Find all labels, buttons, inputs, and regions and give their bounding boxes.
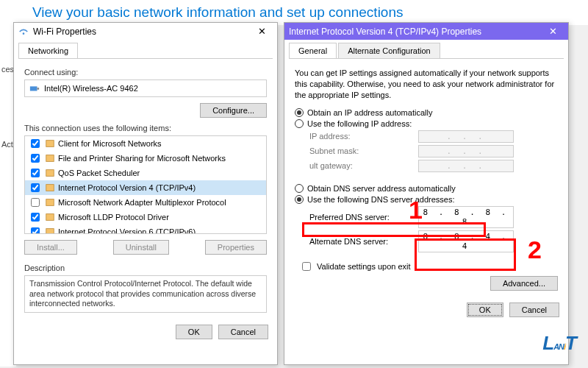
- checkbox-icon[interactable]: [31, 183, 40, 192]
- list-item[interactable]: QoS Packet Scheduler: [25, 166, 266, 180]
- checkbox-icon[interactable]: [31, 169, 40, 177]
- checkbox-icon[interactable]: [31, 198, 40, 207]
- checkbox-icon[interactable]: [31, 213, 40, 222]
- annotation-1: 1: [409, 196, 423, 224]
- wifi-titlebar: Wi-Fi Properties ✕: [14, 23, 277, 40]
- item-label: Microsoft Network Adapter Multiplexor Pr…: [58, 198, 226, 207]
- checkbox-icon[interactable]: [31, 139, 40, 148]
- radio-icon: [295, 195, 304, 204]
- protocol-icon: [45, 227, 55, 234]
- ip-address-input: . . .: [418, 130, 514, 143]
- ipv4-title: Internet Protocol Version 4 (TCP/IPv4) P…: [289, 26, 542, 37]
- protocol-icon: [45, 168, 55, 178]
- watermark-logo: LANiT: [542, 332, 576, 355]
- checkbox-icon[interactable]: [31, 154, 40, 163]
- wifi-title: Wi-Fi Properties: [33, 26, 251, 37]
- item-label: QoS Packet Scheduler: [58, 169, 140, 177]
- annotation-2: 2: [528, 236, 542, 264]
- alternate-dns-label: Alternate DNS server:: [309, 237, 412, 246]
- list-item[interactable]: Internet Protocol Version 6 (TCP/IPv6): [25, 224, 266, 234]
- item-label: Internet Protocol Version 4 (TCP/IPv4): [58, 183, 196, 192]
- svg-rect-8: [46, 214, 54, 221]
- svg-rect-2: [37, 88, 40, 90]
- svg-rect-1: [30, 86, 37, 91]
- gateway-label: ult gateway:: [309, 161, 412, 170]
- tab-alternate[interactable]: Alternate Configuration: [338, 43, 440, 58]
- close-icon[interactable]: ✕: [542, 26, 564, 37]
- advanced-button[interactable]: Advanced...: [490, 276, 558, 291]
- annotation-box-dns-inputs: [415, 238, 516, 271]
- radio-dns-manual[interactable]: Use the following DNS server addresses:: [295, 195, 558, 204]
- item-label: Microsoft LLDP Protocol Driver: [58, 213, 169, 222]
- item-label: Client for Microsoft Networks: [58, 139, 162, 148]
- svg-point-0: [23, 32, 25, 35]
- protocol-icon: [45, 212, 55, 222]
- checkbox-icon[interactable]: [302, 262, 311, 271]
- svg-rect-9: [46, 229, 54, 234]
- list-item[interactable]: Internet Protocol Version 4 (TCP/IPv4): [25, 180, 266, 195]
- ipv4-intro: You can get IP settings assigned automat…: [295, 68, 558, 101]
- svg-rect-5: [46, 170, 54, 177]
- wifi-properties-window: Wi-Fi Properties ✕ Networking Connect us…: [13, 22, 278, 365]
- svg-rect-3: [46, 141, 54, 147]
- properties-button[interactable]: Properties: [205, 240, 267, 255]
- protocol-icon: [45, 138, 55, 149]
- radio-icon: [295, 184, 304, 193]
- radio-icon: [295, 108, 304, 117]
- adapter-box: Intel(R) Wireless-AC 9462: [24, 79, 267, 97]
- page-header: View your basic network information and …: [0, 0, 588, 25]
- svg-rect-7: [46, 199, 54, 206]
- list-item[interactable]: Client for Microsoft Networks: [25, 136, 266, 151]
- network-items-list[interactable]: Client for Microsoft Networks File and P…: [24, 135, 267, 234]
- uninstall-button[interactable]: Uninstall: [113, 240, 169, 255]
- close-icon[interactable]: ✕: [251, 26, 273, 37]
- svg-rect-4: [46, 155, 54, 162]
- configure-button[interactable]: Configure...: [200, 103, 267, 118]
- radio-ip-auto[interactable]: Obtain an IP address automatically: [295, 108, 558, 117]
- list-item[interactable]: Microsoft LLDP Protocol Driver: [25, 210, 266, 224]
- description-text: Transmission Control Protocol/Internet P…: [24, 275, 267, 313]
- item-label: File and Printer Sharing for Microsoft N…: [58, 154, 226, 163]
- protocol-icon: [45, 153, 55, 163]
- item-label: Internet Protocol Version 6 (TCP/IPv6): [58, 227, 196, 234]
- connect-using-label: Connect using:: [24, 68, 267, 77]
- ipv4-titlebar: Internet Protocol Version 4 (TCP/IPv4) P…: [284, 23, 568, 40]
- subnet-label: Subnet mask:: [309, 146, 412, 155]
- radio-ip-manual[interactable]: Use the following IP address:: [295, 119, 558, 128]
- cancel-button[interactable]: Cancel: [509, 302, 559, 317]
- ok-button[interactable]: OK: [176, 325, 212, 339]
- list-item[interactable]: File and Printer Sharing for Microsoft N…: [25, 151, 266, 166]
- checkbox-icon[interactable]: [31, 227, 40, 234]
- ipv4-tabs: General Alternate Configuration: [289, 43, 564, 59]
- ip-address-label: IP address:: [309, 132, 412, 141]
- wifi-icon: [18, 26, 29, 37]
- radio-dns-auto[interactable]: Obtain DNS server address automatically: [295, 184, 558, 193]
- preferred-dns-label: Preferred DNS server:: [309, 213, 412, 222]
- protocol-icon: [45, 197, 55, 208]
- cancel-button[interactable]: Cancel: [218, 325, 268, 339]
- radio-icon: [295, 119, 304, 128]
- annotation-box-dns-radio: [302, 222, 486, 237]
- adapter-name: Intel(R) Wireless-AC 9462: [44, 84, 138, 93]
- wifi-tabs: Networking: [18, 43, 273, 59]
- install-button[interactable]: Install...: [24, 240, 77, 255]
- protocol-icon: [45, 183, 55, 193]
- list-item[interactable]: Microsoft Network Adapter Multiplexor Pr…: [25, 195, 266, 210]
- subnet-input: . . .: [418, 145, 514, 158]
- items-label: This connection uses the following items…: [24, 124, 267, 132]
- gateway-input: . . .: [418, 160, 514, 172]
- ok-button[interactable]: OK: [467, 302, 503, 317]
- tab-general[interactable]: General: [289, 43, 337, 58]
- description-label: Description: [24, 263, 267, 272]
- svg-rect-6: [46, 185, 54, 191]
- ipv4-properties-window: Internet Protocol Version 4 (TCP/IPv4) P…: [284, 22, 569, 365]
- adapter-icon: [29, 83, 40, 93]
- tab-networking[interactable]: Networking: [18, 43, 78, 58]
